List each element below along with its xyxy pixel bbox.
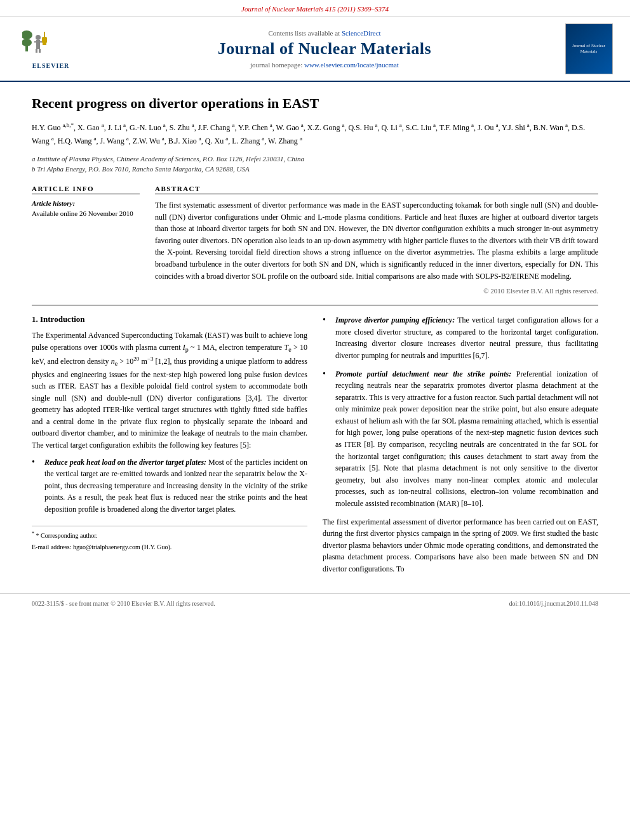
journal-thumbnail-area: Journal of Nuclear Materials [560,23,617,74]
intro-last-paragraph: The first experimental assessment of div… [323,516,598,575]
abstract-column: ABSTRACT The first systematic assessment… [155,185,598,295]
bullet-content-1: Reduce peak heat load on the divertor ta… [44,457,307,516]
journal-homepage-line: journal homepage: www.elsevier.com/locat… [89,61,560,69]
article-info-column: ARTICLE INFO Article history: Available … [32,185,140,295]
intro-number: 1. [32,314,38,324]
bullet-list: • Reduce peak heat load on the divertor … [32,457,307,516]
article-history-label: Article history: [32,199,140,207]
intro-paragraph1: The Experimental Advanced Superconductin… [32,330,307,451]
article-info-label: ARTICLE INFO [32,185,140,194]
page-footer: 0022-3115/$ - see front matter © 2010 El… [0,593,630,613]
elsevier-label: ELSEVIER [32,62,70,69]
contents-text: Contents lists available at [268,29,340,37]
svg-rect-10 [42,37,47,43]
footer-issn: 0022-3115/$ - see front matter © 2010 El… [32,600,215,607]
article-available-online: Available online 26 November 2010 [32,210,140,217]
bullet-text-3: Preferential ionization of recycling neu… [335,370,598,509]
right-bullet-list: • Improve divertor pumping efficiency: T… [323,314,598,510]
bullet-title-1: Reduce peak heat load on the divertor ta… [44,458,206,467]
elsevier-logo-icon [22,29,79,60]
two-column-body: 1. Introduction The Experimental Advance… [32,314,598,580]
svg-point-2 [22,39,32,46]
bullet-dot-1: • [32,457,39,516]
affiliation-a: a Institute of Plasma Physics, Chinese A… [32,154,598,164]
demonstrated-word: demonstrated [546,541,587,550]
page: Journal of Nuclear Materials 415 (2011) … [0,0,630,840]
copyright-notice: © 2010 Elsevier B.V. All rights reserved… [155,287,598,295]
svg-rect-9 [44,32,45,37]
bullet-title-2: Improve divertor pumping efficiency: [335,316,455,324]
bullet-content-3: Promote partial detachment near the stri… [335,368,598,510]
bullet-dot-2: • [323,315,330,361]
intro-title: Introduction [40,314,85,324]
authors-line: H.Y. Guo a,b,*, X. Gao a, J. Li a, G.-N.… [32,121,598,147]
journal-cover-thumbnail: Journal of Nuclear Materials [565,23,613,74]
svg-point-3 [36,35,41,40]
svg-point-1 [22,30,32,39]
journal-thumb-label: Journal of Nuclear Materials [568,43,610,55]
svg-rect-8 [39,49,41,53]
content-divider [32,305,598,305]
footnote-corresponding-text: * Corresponding author. [36,532,98,539]
homepage-label: journal homepage: [250,61,302,69]
elsevier-logo-area: ELSEVIER [13,29,89,69]
journal-header: ELSEVIER Contents lists available at Sci… [0,17,630,82]
abstract-label: ABSTRACT [155,185,598,194]
main-content: Recent progress on divertor operations i… [0,82,630,593]
bullet-title-3: Promote partial detachment near the stri… [335,370,511,378]
intro-section-title: 1. Introduction [32,314,307,324]
article-info-abstract: ARTICLE INFO Article history: Available … [32,185,598,295]
footnote-corresponding: * * Corresponding author. [32,530,307,540]
svg-rect-11 [43,43,46,45]
article-title: Recent progress on divertor operations i… [32,95,598,113]
bullet-dot-3: • [323,369,330,510]
journal-title-area: Contents lists available at ScienceDirec… [89,29,560,69]
bullet-item-3: • Promote partial detachment near the st… [323,368,598,510]
journal-name: Journal of Nuclear Materials [89,39,560,58]
bullet-item-2: • Improve divertor pumping efficiency: T… [323,314,598,361]
journal-citation: Journal of Nuclear Materials 415 (2011) … [241,5,389,13]
bullet-content-2: Improve divertor pumping efficiency: The… [335,314,598,361]
footnotes: * * Corresponding author. E-mail address… [32,526,307,552]
affiliation-b: b Tri Alpha Energy, P.O. Box 7010, Ranch… [32,164,598,175]
abstract-text: The first systematic assessment of diver… [155,199,598,282]
footer-doi: doi:10.1016/j.jnucmat.2010.11.048 [509,600,598,607]
svg-rect-7 [36,49,37,53]
left-column: 1. Introduction The Experimental Advance… [32,314,307,580]
contents-available-line: Contents lists available at ScienceDirec… [89,29,560,37]
sciencedirect-link[interactable]: ScienceDirect [342,29,381,37]
homepage-url[interactable]: www.elsevier.com/locate/jnucmat [304,61,399,69]
right-column: • Improve divertor pumping efficiency: T… [323,314,598,580]
journal-top-bar: Journal of Nuclear Materials 415 (2011) … [0,0,630,17]
footnote-email: E-mail address: hguo@trialphaenergy.com … [32,542,307,552]
svg-rect-5 [34,41,37,43]
bullet-item-1: • Reduce peak heat load on the divertor … [32,457,307,516]
affiliations: a Institute of Plasma Physics, Chinese A… [32,154,598,175]
authors-text: H.Y. Guo a,b,*, X. Gao a, J. Li a, G.-N.… [32,123,585,145]
